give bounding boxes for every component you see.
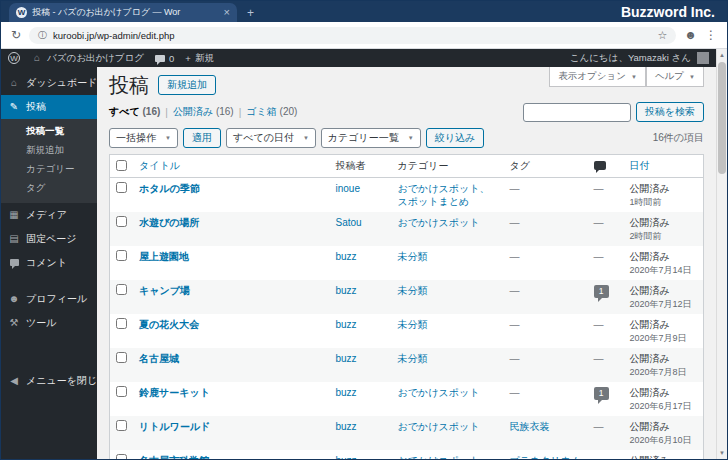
table-row: リトルワールド buzz おでかけスポット 民族衣装 — 公開済み2020年6月… bbox=[110, 416, 704, 450]
category-link[interactable]: おでかけスポット bbox=[398, 387, 480, 398]
post-title-link[interactable]: リトルワールド bbox=[139, 421, 210, 432]
author-link[interactable]: buzz bbox=[336, 387, 357, 398]
sort-date-header[interactable]: 日付 bbox=[630, 160, 650, 171]
browser-profile-icon[interactable]: ☻ bbox=[684, 29, 697, 41]
adminbar-comments-link[interactable]: 0 bbox=[155, 53, 174, 64]
post-title-link[interactable]: 名古屋市科学館 bbox=[139, 455, 209, 459]
sidebar-collapse-menu[interactable]: ◀ メニューを閉じる bbox=[1, 369, 97, 393]
post-title-link[interactable]: 屋上遊園地 bbox=[139, 251, 189, 262]
category-link[interactable]: おでかけスポット、スポットまとめ bbox=[398, 183, 490, 207]
post-status: 公開済み bbox=[630, 353, 670, 364]
table-row: 名古屋市科学館 buzz おでかけスポット プラネタリウム — 公開済み2020… bbox=[110, 450, 704, 459]
row-checkbox[interactable] bbox=[116, 250, 127, 261]
tags-dash: — bbox=[510, 353, 520, 364]
site-info-icon[interactable]: ⓘ bbox=[38, 31, 47, 40]
author-link[interactable]: Satou bbox=[336, 217, 362, 228]
category-link[interactable]: おでかけスポット bbox=[398, 421, 480, 432]
category-link[interactable]: 未分類 bbox=[398, 319, 428, 330]
bookmark-star-icon[interactable]: ☆ bbox=[657, 30, 667, 41]
comment-count-bubble[interactable]: 1 bbox=[594, 285, 609, 298]
sidebar-item-dashboard[interactable]: ⌂ ダッシュボード bbox=[1, 71, 97, 95]
submenu-categories[interactable]: カテゴリー bbox=[1, 160, 97, 179]
scrollbar-thumb[interactable] bbox=[718, 62, 726, 174]
sidebar-item-tools[interactable]: ⚒ ツール bbox=[1, 311, 97, 335]
reload-icon[interactable]: ↻ bbox=[11, 29, 21, 41]
submenu-all-posts[interactable]: 投稿一覧 bbox=[1, 122, 97, 141]
post-title-link[interactable]: 水遊びの場所 bbox=[139, 217, 199, 228]
submenu-tags[interactable]: タグ bbox=[1, 179, 97, 198]
author-link[interactable]: buzz bbox=[336, 319, 357, 330]
view-trash-link[interactable]: ゴミ箱 (20) bbox=[246, 105, 297, 119]
row-checkbox[interactable] bbox=[116, 352, 127, 363]
view-all-link[interactable]: すべて (16) bbox=[109, 105, 160, 119]
row-checkbox[interactable] bbox=[116, 386, 127, 397]
comment-count-bubble[interactable]: 1 bbox=[594, 387, 609, 400]
help-button[interactable]: ヘルプ ▼ bbox=[646, 67, 704, 87]
date-filter-select[interactable]: すべての日付▼ bbox=[226, 128, 316, 148]
category-link[interactable]: おでかけスポット bbox=[398, 455, 480, 459]
sidebar-item-profile[interactable]: ☻ プロフィール bbox=[1, 287, 97, 311]
submenu-add-new[interactable]: 新規追加 bbox=[1, 141, 97, 160]
category-filter-select[interactable]: カテゴリー一覧▼ bbox=[321, 128, 421, 148]
filter-button[interactable]: 絞り込み bbox=[426, 128, 484, 148]
bulk-action-select[interactable]: 一括操作▼ bbox=[109, 128, 178, 148]
collapse-icon: ◀ bbox=[8, 376, 20, 386]
sidebar-item-media[interactable]: ▦ メディア bbox=[1, 203, 97, 227]
post-title-link[interactable]: 鈴鹿サーキット bbox=[139, 387, 210, 398]
row-checkbox[interactable] bbox=[116, 318, 127, 329]
author-link[interactable]: buzz bbox=[336, 353, 357, 364]
screen-options-button[interactable]: 表示オプション ▼ bbox=[549, 67, 646, 87]
search-input[interactable] bbox=[523, 103, 631, 122]
sidebar-item-posts[interactable]: ✎ 投稿 bbox=[1, 95, 97, 119]
category-link[interactable]: おでかけスポット bbox=[398, 217, 480, 228]
select-all-checkbox[interactable] bbox=[116, 160, 127, 171]
tab-close-icon[interactable]: × bbox=[224, 7, 230, 18]
scroll-down-icon[interactable]: ▼ bbox=[719, 450, 725, 456]
post-title-link[interactable]: 夏の花火大会 bbox=[139, 319, 199, 330]
post-title-link[interactable]: ホタルの季節 bbox=[139, 183, 200, 194]
column-author: 投稿者 bbox=[330, 155, 392, 178]
add-new-button[interactable]: 新規追加 bbox=[158, 75, 216, 95]
scroll-up-icon[interactable]: ▲ bbox=[719, 52, 725, 58]
adminbar-new-link[interactable]: + 新規 bbox=[185, 52, 214, 65]
adminbar-site-link[interactable]: ⌂ バズのお出かけブログ bbox=[31, 52, 144, 65]
author-link[interactable]: buzz bbox=[336, 285, 357, 296]
row-checkbox[interactable] bbox=[116, 454, 127, 459]
category-link[interactable]: 未分類 bbox=[398, 353, 428, 364]
wp-logo-icon[interactable]: W bbox=[8, 52, 20, 64]
browser-tab[interactable]: W 投稿 - バズのお出かけブログ — Wor × bbox=[9, 3, 237, 22]
sidebar-label-profile: プロフィール bbox=[26, 292, 87, 306]
address-bar[interactable]: ⓘ kuroobi.jp/wp-admin/edit.php ☆ bbox=[29, 27, 676, 44]
category-link[interactable]: 未分類 bbox=[398, 251, 428, 262]
sidebar-item-comments[interactable]: コメント bbox=[1, 251, 97, 275]
new-tab-button[interactable]: + bbox=[247, 7, 254, 19]
post-title-link[interactable]: 名古屋城 bbox=[139, 353, 179, 364]
author-link[interactable]: inoue bbox=[336, 183, 360, 194]
author-link[interactable]: buzz bbox=[336, 455, 357, 459]
comments-icon bbox=[8, 258, 20, 268]
browser-menu-kebab-icon[interactable]: ⋮ bbox=[705, 29, 717, 41]
tag-link[interactable]: プラネタリウム bbox=[510, 455, 582, 459]
author-link[interactable]: buzz bbox=[336, 251, 357, 262]
row-checkbox[interactable] bbox=[116, 216, 127, 227]
media-icon: ▦ bbox=[8, 210, 20, 220]
apply-button[interactable]: 適用 bbox=[183, 128, 221, 148]
post-date: 1時間前 bbox=[630, 197, 662, 207]
row-checkbox[interactable] bbox=[116, 284, 127, 295]
row-checkbox[interactable] bbox=[116, 182, 127, 193]
tools-icon: ⚒ bbox=[8, 318, 20, 328]
search-posts-button[interactable]: 投稿を検索 bbox=[636, 102, 704, 122]
sort-title-header[interactable]: タイトル bbox=[139, 160, 180, 171]
category-link[interactable]: 未分類 bbox=[398, 285, 428, 296]
scrollbar[interactable]: ▲ ▼ bbox=[716, 49, 727, 459]
comments-dash: — bbox=[594, 183, 604, 194]
chevron-down-icon: ▼ bbox=[303, 135, 309, 141]
adminbar-greeting[interactable]: こんにちは、Yamazaki さん bbox=[570, 52, 691, 65]
tag-link[interactable]: 民族衣装 bbox=[510, 421, 550, 432]
post-title-link[interactable]: キャンプ場 bbox=[139, 285, 190, 296]
sidebar-item-pages[interactable]: ▤ 固定ページ bbox=[1, 227, 97, 251]
table-row: キャンプ場 buzz 未分類 — 1 公開済み2020年7月12日 bbox=[110, 280, 704, 314]
view-published-link[interactable]: 公開済み (16) bbox=[173, 105, 234, 119]
row-checkbox[interactable] bbox=[116, 420, 127, 431]
author-link[interactable]: buzz bbox=[336, 421, 357, 432]
